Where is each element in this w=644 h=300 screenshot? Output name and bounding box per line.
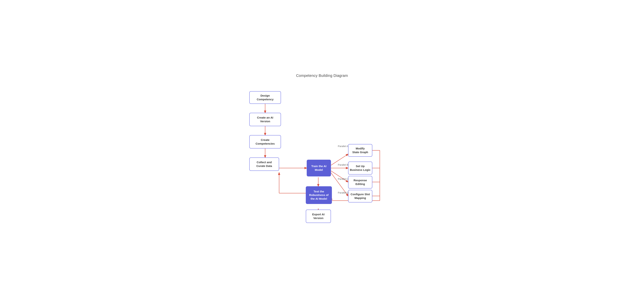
diagram-title: Competency Building Diagram — [238, 74, 406, 78]
export-ai-version-node[interactable]: Export AI Version — [306, 210, 331, 223]
parallel-a-label: Parallel A — [338, 145, 348, 148]
parallel-c-label: Parallel C — [338, 177, 348, 180]
train-ai-model-node[interactable]: Train the AI Model — [307, 160, 331, 176]
parallel-d-label: Parallel D — [338, 191, 348, 194]
arrows-svg — [238, 85, 406, 227]
response-editing-node[interactable]: Response Editing — [348, 176, 372, 188]
parallel-b-label: Parallel B — [338, 163, 348, 166]
create-ai-version-node[interactable]: Create an AI Version — [249, 113, 281, 126]
modify-state-graph-node[interactable]: Modify State Graph — [348, 144, 372, 157]
test-robustness-node[interactable]: Test the Robustness of the AI Model — [306, 186, 332, 204]
design-competency-node[interactable]: Design Competency — [249, 91, 281, 104]
collect-curate-data-node[interactable]: Collect and Curate Data — [249, 157, 279, 171]
configure-slot-mapping-node[interactable]: Configure Slot Mapping — [348, 190, 372, 202]
create-competencies-node[interactable]: Create Competencies — [249, 135, 281, 149]
svg-line-7 — [331, 171, 348, 182]
set-up-business-logic-node[interactable]: Set Up Business Logic — [348, 161, 372, 174]
diagram-container: Competency Building Diagram — [238, 74, 406, 227]
diagram-body: Design Competency Create an AI Version C… — [238, 85, 406, 227]
